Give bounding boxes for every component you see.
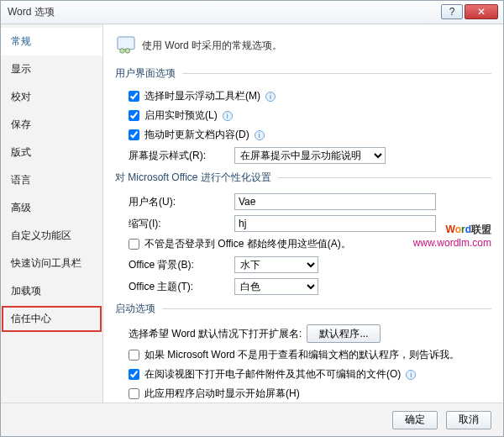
lbl-open-attachments: 在阅读视图下打开电子邮件附件及其他不可编辑的文件(O) [144,367,401,382]
nav-display[interactable]: 显示 [1,55,102,83]
lbl-initials: 缩写(I): [129,217,229,231]
chk-always-use[interactable] [129,239,139,250]
select-office-bg[interactable]: 水下 [234,256,318,273]
lbl-default-ext: 选择希望 Word 默认情况下打开扩展名: [129,327,302,341]
ok-button[interactable]: 确定 [392,411,438,429]
btn-default-programs[interactable]: 默认程序... [307,324,381,343]
section-startup: 启动选项 [115,302,491,316]
lbl-screentip: 屏幕提示样式(R): [129,149,229,163]
nav-trust-center[interactable]: 信任中心 [1,305,102,333]
nav-general[interactable]: 常规 [1,28,102,55]
chk-mini-toolbar[interactable] [129,91,139,102]
info-icon[interactable]: i [265,92,276,102]
close-icon: ✕ [477,6,486,18]
close-button[interactable]: ✕ [465,4,498,19]
lbl-mini-toolbar: 选择时显示浮动工具栏(M) [144,89,260,103]
info-icon[interactable]: i [223,111,233,121]
info-icon[interactable]: i [255,130,265,140]
svg-point-2 [125,49,130,53]
titlebar: Word 选项 ? ✕ [1,1,503,24]
chk-show-start[interactable] [129,388,139,399]
question-icon: ? [449,6,455,18]
nav-advanced[interactable]: 高级 [1,194,102,222]
input-username[interactable] [234,193,436,210]
lbl-office-bg: Office 背景(B): [129,258,229,272]
lbl-tell-me: 如果 Microsoft Word 不是用于查看和编辑文档的默认程序，则告诉我。 [144,348,459,362]
header-text: 使用 Word 时采用的常规选项。 [142,39,282,53]
lbl-show-start: 此应用程序启动时显示开始屏幕(H) [144,387,300,401]
section-ui-options: 用户界面选项 [115,66,491,81]
select-screentip[interactable]: 在屏幕提示中显示功能说明 [234,147,386,164]
nav-language[interactable]: 语言 [1,166,102,194]
nav-addins[interactable]: 加载项 [1,277,102,305]
nav-customize-ribbon[interactable]: 自定义功能区 [1,222,102,250]
cancel-button[interactable]: 取消 [446,411,491,429]
nav-quick-access[interactable]: 快速访问工具栏 [1,250,102,277]
lbl-username: 用户名(U): [129,195,229,209]
input-initials[interactable] [234,215,436,232]
chk-open-attachments[interactable] [129,369,139,380]
help-button[interactable]: ? [441,4,463,19]
lbl-live-preview: 启用实时预览(L) [144,108,218,123]
info-icon[interactable]: i [406,370,416,380]
lbl-always-use: 不管是否登录到 Office 都始终使用这些值(A)。 [144,237,351,251]
nav-proofing[interactable]: 校对 [1,83,102,111]
general-options-icon [117,36,135,55]
chk-update-content[interactable] [129,129,139,140]
window-title: Word 选项 [8,5,55,19]
select-office-theme[interactable]: 白色 [234,278,318,295]
svg-rect-0 [118,37,134,50]
nav-save[interactable]: 保存 [1,111,102,139]
sidebar: 常规 显示 校对 保存 版式 语言 高级 自定义功能区 快速访问工具栏 加载项 … [1,24,103,403]
chk-live-preview[interactable] [129,110,139,121]
content-panel: 使用 Word 时采用的常规选项。 用户界面选项 选择时显示浮动工具栏(M)i … [103,24,503,403]
svg-point-1 [120,49,125,53]
section-personalize: 对 Microsoft Office 进行个性化设置 [115,171,491,185]
lbl-office-theme: Office 主题(T): [129,280,229,294]
footer: 确定 取消 [1,403,503,436]
nav-layout[interactable]: 版式 [1,139,102,166]
chk-tell-me[interactable] [129,350,139,361]
lbl-update-content: 拖动时更新文档内容(D) [144,128,249,142]
